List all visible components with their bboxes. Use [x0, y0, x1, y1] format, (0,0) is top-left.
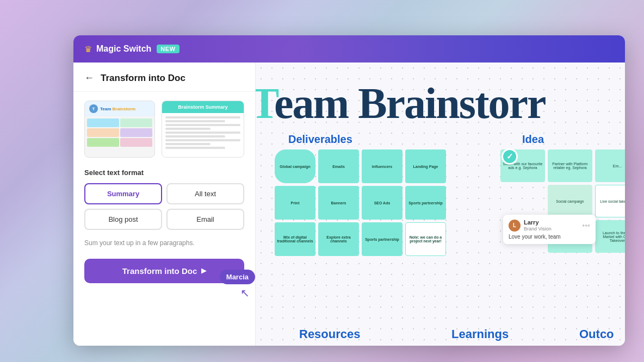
canvas-panel: Team Brainstorr Deliverables Global camp… — [256, 63, 625, 346]
cursor-tooltip: Marcia — [220, 270, 255, 284]
idea-gap — [500, 185, 545, 217]
transform-container: Transform into Doc Marcia ↖ — [84, 259, 244, 283]
cursor-arrow-icon: ↖ — [240, 286, 250, 299]
thumb-line — [165, 143, 210, 145]
thumb-right: Brainstorm Summary — [162, 101, 244, 158]
thumb-left: T Team Brainstorm — [84, 101, 155, 158]
sticky-influencers: Influencers — [362, 149, 403, 183]
thumb-line — [165, 116, 240, 118]
thumb-cell — [87, 118, 119, 127]
comment-text: Love your work, team — [509, 234, 590, 240]
comment-header: L Larry Brand Vision ••• — [509, 219, 590, 232]
thumb-line — [165, 147, 225, 149]
canvas-title-accent: T — [256, 79, 274, 127]
commenter-info: Larry Brand Vision — [524, 219, 552, 232]
section-outcomes: Outco — [579, 327, 614, 341]
magic-switch-title: Magic Switch — [96, 44, 151, 54]
format-email-button[interactable]: Email — [166, 209, 244, 230]
transform-button-label: Transform into Doc — [122, 266, 197, 276]
idea-social: Social campaign — [548, 185, 592, 217]
commenter-role: Brand Vision — [524, 226, 552, 232]
thumb-line — [165, 135, 225, 138]
idea-2: Partner with Platform retailer eg. Sepho… — [548, 149, 592, 182]
main-window: ♛ Magic Switch NEW ← Transform into Doc … — [73, 35, 625, 346]
comment-card: L Larry Brand Vision ••• Love your work,… — [503, 215, 596, 244]
thumb-cell — [120, 128, 152, 137]
cursor-container: Marcia ↖ — [220, 270, 255, 299]
sticky-sports: Sports partnership — [405, 186, 446, 220]
sticky-note: Note: we can do a project next year! — [405, 222, 446, 256]
section-ideas: Idea — [522, 133, 544, 146]
section-learnings: Learnings — [451, 327, 509, 341]
thumb-right-lines — [162, 113, 244, 154]
panel-subheader: ← Transform into Doc — [73, 63, 255, 92]
sticky-explore: Explore extra channels — [318, 222, 359, 256]
idea-launch: Launch to the US Market with OOH Takeove… — [595, 220, 625, 253]
canvas-title-main: eam Brainstorr — [274, 79, 546, 127]
sticky-global: Global campaign — [275, 149, 315, 183]
section-resources: Resources — [299, 327, 361, 341]
crown-icon: ♛ — [84, 44, 92, 54]
thumb-line — [165, 132, 240, 134]
canvas-title: Team Brainstorr — [256, 79, 546, 128]
thumb-cell — [87, 138, 119, 147]
thumb-right-title: Brainstorm Summary — [166, 104, 239, 110]
panel-content: T Team Brainstorm — [73, 92, 255, 346]
left-panel: ← Transform into Doc T Team Brainstorm — [73, 63, 256, 346]
thumb-line — [165, 139, 240, 141]
thumb-cell — [120, 118, 152, 127]
thumb-cell — [120, 138, 152, 147]
format-summary-button[interactable]: Summary — [84, 183, 162, 204]
comment-more-button[interactable]: ••• — [582, 221, 590, 230]
deliverables-grid: Global campaign Emails Influencers Landi… — [275, 149, 446, 256]
sticky-mix: Mix of digital traditional channels — [275, 222, 315, 256]
format-alltext-button[interactable]: All text — [166, 183, 244, 204]
format-blogpost-button[interactable]: Blog post — [84, 209, 162, 230]
sticky-landing: Landing Page — [405, 149, 446, 183]
thumb-line — [165, 124, 240, 126]
hint-text: Sum your text up in a few paragraphs. — [84, 239, 244, 248]
thumb-right-header: Brainstorm Summary — [162, 101, 244, 113]
section-deliverables: Deliverables — [288, 133, 352, 146]
sticky-print: Print — [275, 186, 315, 220]
thumb-line — [165, 120, 225, 122]
preview-container: T Team Brainstorm — [84, 101, 244, 158]
idea-3: Em... — [595, 149, 625, 182]
thumb-cell — [87, 128, 119, 137]
window-header: ♛ Magic Switch NEW — [73, 35, 625, 63]
thumb-line — [165, 128, 210, 130]
sticky-emails: Emails — [318, 149, 359, 183]
commenter-name: Larry — [524, 219, 552, 226]
thumb-left-title: Team Brainstorm — [100, 107, 135, 111]
sticky-sports2: Sports partnership — [362, 222, 403, 256]
window-body: ← Transform into Doc T Team Brainstorm — [73, 63, 625, 346]
checkmark-badge: ✓ — [501, 148, 518, 165]
format-section-label: Select text format — [84, 168, 244, 177]
format-grid: Summary All text Blog post Email — [84, 183, 244, 230]
panel-title: Transform into Doc — [101, 73, 185, 84]
thumb-grid — [85, 116, 154, 149]
thumb-left-header: T Team Brainstorm — [85, 101, 154, 116]
avatar: L — [509, 220, 521, 232]
sticky-seoads: SEO Ads — [362, 186, 403, 220]
thumb-logo: T — [89, 104, 98, 113]
sticky-banners: Banners — [318, 186, 359, 220]
idea-live: Live social takeover! — [595, 185, 625, 217]
new-badge: NEW — [157, 45, 179, 53]
back-button[interactable]: ← — [84, 72, 94, 84]
